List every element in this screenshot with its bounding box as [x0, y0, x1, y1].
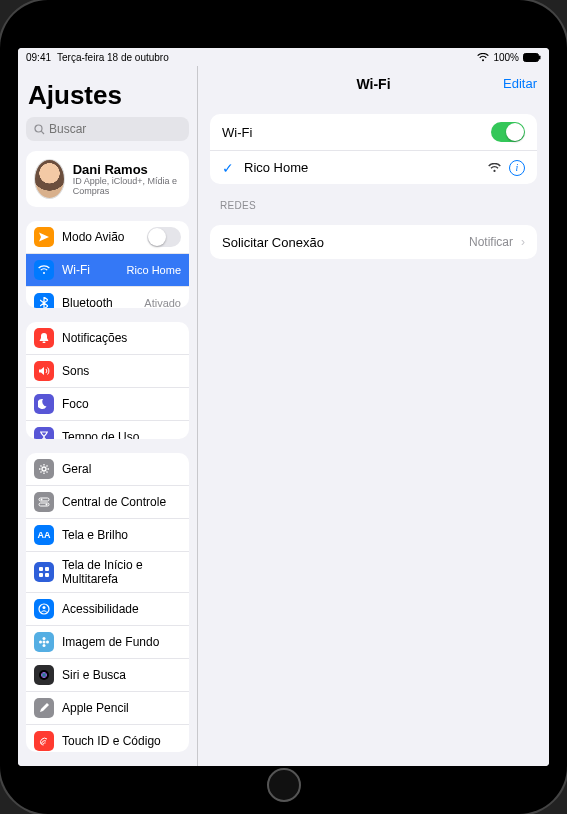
detail-pane: Wi-Fi Editar Wi-Fi ✓ Rico Home i [198, 66, 549, 766]
sidebar-item-notifica-es[interactable]: Notificações [26, 322, 189, 354]
sidebar-item-label: Sons [62, 364, 181, 378]
checkmark-icon: ✓ [222, 160, 236, 176]
sidebar-item-tela-e-brilho[interactable]: AATela e Brilho [26, 518, 189, 551]
toggle[interactable] [147, 227, 181, 247]
svg-rect-5 [43, 342, 46, 344]
svg-point-18 [43, 637, 46, 640]
sidebar-item-label: Modo Avião [62, 230, 139, 244]
battery-pct: 100% [493, 52, 519, 63]
status-time: 09:41 [26, 52, 51, 63]
bluetooth-icon [34, 293, 54, 308]
ask-to-join-group: Solicitar Conexão Notificar › [210, 225, 537, 259]
sidebar-item-label: Apple Pencil [62, 701, 181, 715]
wifi-signal-icon [488, 163, 501, 173]
aa-icon: AA [34, 525, 54, 545]
status-date: Terça-feira 18 de outubro [57, 52, 169, 63]
apple-id-row[interactable]: Dani Ramos ID Apple, iCloud+, Mídia e Co… [26, 151, 189, 207]
sidebar-item-bluetooth[interactable]: BluetoothAtivado [26, 286, 189, 308]
wifi-main-group: Wi-Fi ✓ Rico Home i [210, 114, 537, 184]
sidebar-item-value: Rico Home [127, 264, 181, 276]
ask-to-join-label: Solicitar Conexão [222, 235, 461, 250]
svg-rect-13 [39, 573, 43, 577]
sidebar-item-label: Bluetooth [62, 296, 136, 308]
ask-to-join-row[interactable]: Solicitar Conexão Notificar › [210, 225, 537, 259]
gear-icon [34, 459, 54, 479]
sidebar-item-wi-fi[interactable]: Wi-FiRico Home [26, 253, 189, 286]
wifi-toggle[interactable] [491, 122, 525, 142]
sidebar-item-imagem-de-fundo[interactable]: Imagem de Fundo [26, 625, 189, 658]
sidebar-item-label: Siri e Busca [62, 668, 181, 682]
search-input[interactable] [49, 122, 198, 136]
touchid-icon [34, 731, 54, 751]
sidebar-item-label: Tempo de Uso [62, 430, 181, 438]
sidebar-item-modo-avi-o[interactable]: Modo Avião [26, 221, 189, 253]
switches-icon [34, 492, 54, 512]
bell-icon [34, 328, 54, 348]
sidebar-group-general: GeralCentral de ControleAATela e BrilhoT… [26, 453, 189, 752]
avatar [34, 159, 65, 199]
sidebar-item-geral[interactable]: Geral [26, 453, 189, 485]
svg-point-6 [42, 467, 46, 471]
pencil-icon [34, 698, 54, 718]
profile-subtitle: ID Apple, iCloud+, Mídia e Compras [73, 177, 181, 197]
connected-network-row[interactable]: ✓ Rico Home i [210, 150, 537, 184]
page-title: Ajustes [18, 66, 197, 117]
sidebar-item-label: Central de Controle [62, 495, 181, 509]
search-field[interactable] [26, 117, 189, 141]
svg-rect-0 [524, 53, 539, 61]
sidebar-item-foco[interactable]: Foco [26, 387, 189, 420]
svg-point-16 [43, 606, 46, 609]
battery-status-icon [523, 53, 541, 62]
grid-icon [34, 562, 54, 582]
wifi-status-icon [477, 53, 489, 62]
wifi-toggle-row[interactable]: Wi-Fi [210, 114, 537, 150]
svg-point-17 [43, 640, 46, 643]
networks-section-header: Redes [220, 200, 527, 211]
chevron-right-icon: › [521, 235, 525, 249]
sidebar-item-value: Ativado [144, 297, 181, 308]
home-button[interactable] [267, 768, 301, 802]
sidebar-item-central-de-controle[interactable]: Central de Controle [26, 485, 189, 518]
wifi-icon [34, 260, 54, 280]
svg-point-19 [43, 644, 46, 647]
sidebar-item-acessibilidade[interactable]: Acessibilidade [26, 592, 189, 625]
sidebar-item-sons[interactable]: Sons [26, 354, 189, 387]
moon-icon [34, 394, 54, 414]
airplane-icon [34, 227, 54, 247]
sidebar-item-label: Wi-Fi [62, 263, 119, 277]
sidebar-group-notifications: NotificaçõesSonsFocoTempo de Uso [26, 322, 189, 438]
sidebar-item-touch-id-e-c-digo[interactable]: Touch ID e Código [26, 724, 189, 752]
sidebar-item-label: Notificações [62, 331, 181, 345]
siri-icon [34, 665, 54, 685]
sidebar-item-tempo-de-uso[interactable]: Tempo de Uso [26, 420, 189, 438]
svg-point-22 [39, 670, 49, 680]
sidebar-item-tela-de-in-cio-e-multitarefa[interactable]: Tela de Início e Multitarefa [26, 551, 189, 592]
speaker-icon [34, 361, 54, 381]
svg-rect-12 [45, 567, 49, 571]
detail-navbar: Wi-Fi Editar [198, 66, 549, 102]
sidebar-item-label: Imagem de Fundo [62, 635, 181, 649]
sidebar-item-label: Geral [62, 462, 181, 476]
svg-rect-1 [539, 55, 541, 59]
svg-point-10 [46, 503, 48, 505]
wifi-toggle-label: Wi-Fi [222, 125, 483, 140]
info-icon[interactable]: i [509, 160, 525, 176]
svg-point-2 [35, 125, 42, 132]
status-bar: 09:41 Terça-feira 18 de outubro 100% [18, 48, 549, 66]
sidebar-item-siri-e-busca[interactable]: Siri e Busca [26, 658, 189, 691]
sidebar-item-label: Tela e Brilho [62, 528, 181, 542]
edit-button[interactable]: Editar [503, 76, 537, 91]
settings-sidebar[interactable]: Ajustes Dani Ramos ID Apple, iCloud+, Mí… [18, 66, 198, 766]
svg-point-8 [41, 498, 43, 500]
svg-point-21 [46, 640, 49, 643]
connected-network-name: Rico Home [244, 160, 480, 175]
sidebar-item-label: Touch ID e Código [62, 734, 181, 748]
hourglass-icon [34, 427, 54, 438]
search-icon [34, 124, 45, 135]
svg-point-20 [39, 640, 42, 643]
svg-rect-11 [39, 567, 43, 571]
ask-to-join-value: Notificar [469, 235, 513, 249]
svg-rect-14 [45, 573, 49, 577]
detail-title: Wi-Fi [356, 76, 390, 92]
sidebar-item-apple-pencil[interactable]: Apple Pencil [26, 691, 189, 724]
